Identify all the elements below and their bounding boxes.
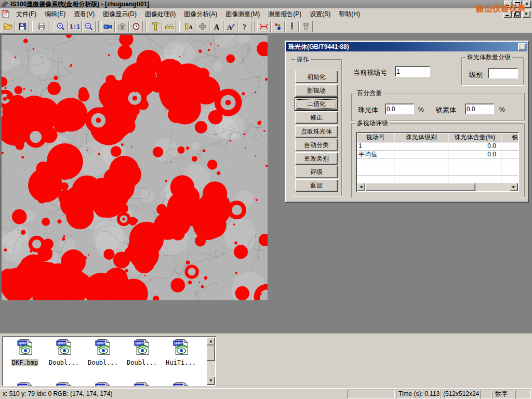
table-row-3[interactable] [357,159,518,167]
menu-item-6[interactable]: 图像分析(A) [180,8,221,20]
toolbar-edit-text-button[interactable]: A [224,21,237,32]
toolbar-open-folder-button[interactable] [2,21,15,32]
toolbar-zoom-in-button[interactable] [54,21,68,32]
file-item-3[interactable]: BMPDoubl... [84,339,122,367]
file-item-row2-3[interactable]: BMP [84,382,122,386]
file-item-row2-2[interactable]: BMP [45,382,83,386]
table-cell [357,176,394,183]
menu-item-9[interactable]: 设置(S) [305,8,335,20]
dialog-title-bar[interactable]: 珠光体(GB/T9441-88) × [286,42,527,51]
toolbar-video-camera-button[interactable] [101,21,115,32]
ruler-horizontal-icon [165,23,174,30]
toolbar-photo-camera-button[interactable] [115,21,129,32]
menu-item-2[interactable]: 编辑(E) [41,8,70,20]
table-header-3[interactable]: 珠光体含量(%) [448,133,501,142]
menu-item-7[interactable]: 图像测量(M) [221,8,264,20]
toolbar-spline-curve-button[interactable] [257,21,271,32]
toolbar-ruler-horizontal-button[interactable] [163,21,176,32]
image-viewport[interactable] [0,34,268,300]
table-header-4[interactable]: 铁素体含量(%) [501,133,518,142]
op-button-3[interactable]: 二值化 [295,98,338,110]
table-row-2[interactable]: 平均值0.0 [357,151,518,159]
table-header-2[interactable]: 珠光体级别 [394,133,448,142]
table-hscrollbar[interactable]: ◄ ► [357,183,518,191]
table-cell: 1 [357,142,394,150]
file-item-row2-1[interactable]: BMP [6,382,44,386]
toolbar-clock-button[interactable] [129,21,143,32]
file-item-4[interactable]: BMPDoubl... [123,339,161,367]
menu-item-3[interactable]: 查看(V) [70,8,99,20]
metallograph-image[interactable] [2,35,268,300]
menu-item-4[interactable]: 图像显示(D) [99,8,141,20]
op-button-5[interactable]: 点取珠光体 [295,125,338,138]
grade-level-input[interactable] [488,68,518,78]
table-cell [357,167,394,175]
title-bar: IS100显微摄像系统(金相分析版) - [zhuguangti01] × [0,0,532,8]
pearlite-value-input[interactable] [385,103,414,114]
file-item-1[interactable]: BMPDKF.bmp [6,339,44,367]
toolbar-pen-probe-button[interactable] [285,21,299,32]
file-item-row2-5[interactable]: BMP [162,382,200,386]
file-name: Doubl... [126,359,157,366]
file-browser[interactable]: BMPDKF.bmpBMPDoubl...BMPDoubl...BMPDoubl… [2,336,216,386]
toolbar-print-button[interactable] [35,21,48,32]
menu-item-10[interactable]: 帮助(H) [335,8,364,20]
op-button-6[interactable]: 自动分类 [295,139,338,151]
file-name: Doubl... [48,359,79,366]
dialog-close-button[interactable]: × [518,43,526,50]
table-cell [501,159,518,167]
toolbar-actual-size-button[interactable]: 1:1 [68,21,82,32]
current-field-input[interactable] [395,66,430,77]
toolbar-color-classify-button[interactable] [271,21,285,32]
toolbar-zoom-out-button[interactable] [82,21,96,32]
toolbar-help-button[interactable]: ? [238,21,251,32]
svg-text:BMP: BMP [97,384,105,386]
toolbar-save-button[interactable] [16,21,29,32]
toolbar-separator [145,21,147,32]
ferrite-label: 铁素体 [436,105,456,115]
table-cell [448,176,501,183]
toolbar-measure-text-button[interactable]: A [182,21,195,32]
op-button-9[interactable]: 返回 [295,179,338,192]
status-cell-empty3 [515,390,531,398]
status-bar: x: 510 y: 79 idx: 0 RGB: (174, 174, 174)… [0,388,532,399]
op-button-8[interactable]: 评级 [295,166,338,178]
table-cell [501,176,518,183]
toolbar-text-a-button[interactable]: A [210,21,223,32]
file-vscroll-thumb[interactable] [207,345,215,361]
scroll-down-button[interactable]: ▼ [207,377,215,385]
rating-table[interactable]: 视场号珠光体级别珠光体含量(%)铁素体含量(%)10.0平均值0.0 ◄ ► [356,132,519,192]
help-icon: ? [242,22,248,31]
toolbar-caliper-vertical-button[interactable] [149,21,162,32]
table-header-1[interactable]: 视场号 [357,133,394,142]
ferrite-value-input[interactable] [465,103,494,114]
multifield-group: 多视场评级 视场号珠光体级别珠光体含量(%)铁素体含量(%)10.0平均值0.0… [351,123,525,197]
op-button-1[interactable]: 初始化 [295,71,338,83]
table-row-5[interactable] [357,176,518,183]
file-item-5[interactable]: BMPHuiTi... [162,339,200,367]
scroll-left-button[interactable]: ◄ [357,183,365,191]
table-row-4[interactable] [357,167,518,176]
grade-group-label: 珠光体数量分级 [466,54,512,61]
op-button-7[interactable]: 更改类别 [295,152,338,165]
table-hscroll-thumb[interactable] [365,183,475,191]
file-item-row2-4[interactable]: BMP [123,382,161,386]
table-cell [394,176,448,183]
op-button-2[interactable]: 新视场 [295,84,338,97]
move-cross-icon [198,22,207,31]
file-item-2[interactable]: BMPDoubl... [45,339,83,367]
svg-text:A: A [227,23,232,31]
caliper-vertical-icon [152,22,159,31]
scroll-right-button[interactable]: ► [510,183,518,191]
table-cell [448,167,501,175]
menu-item-8[interactable]: 测量报告(P) [264,8,305,20]
svg-text:BMP: BMP [175,341,183,345]
op-button-4[interactable]: 修正 [295,111,338,124]
file-vscrollbar[interactable]: ▲ ▼ [207,337,215,385]
menu-item-5[interactable]: 图像处理(I) [141,8,180,20]
toolbar-flashlight-button[interactable] [299,21,313,32]
table-row-1[interactable]: 10.0 [357,142,518,151]
scroll-up-button[interactable]: ▲ [207,337,215,345]
menu-item-1[interactable]: 文件(F) [12,8,41,20]
toolbar-move-cross-button[interactable] [196,21,209,32]
